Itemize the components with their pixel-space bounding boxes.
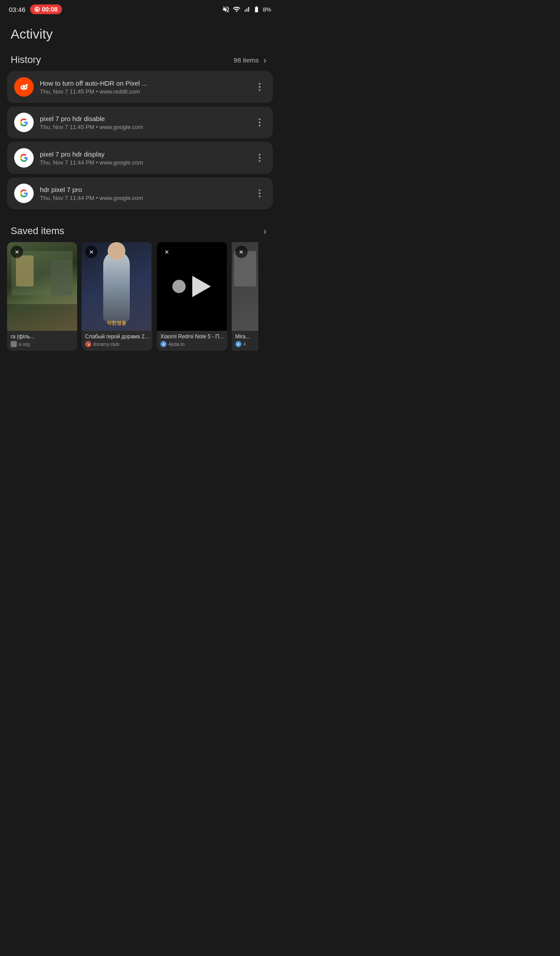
card-title: Слабый герой дорама 2... (85, 333, 149, 340)
card-domain: 🎭 doramy.club (85, 341, 149, 347)
card-close-button[interactable] (11, 246, 23, 258)
history-section-title: History (11, 54, 41, 66)
history-item[interactable]: How to turn off auto-HDR on Pixel ... Th… (7, 71, 273, 103)
battery-percentage: 8% (263, 6, 271, 13)
recording-dot-icon (35, 7, 40, 12)
card-domain-text: 4 (243, 341, 246, 347)
saved-items-title: Saved items (11, 225, 64, 237)
saved-items-scroll[interactable]: ra (філь... a.org 약한영웅 (0, 242, 280, 351)
history-item-title: pixel 7 pro hdr disable (40, 115, 245, 122)
card-domain-text: a.org (19, 341, 30, 347)
reddit-favicon (14, 77, 34, 97)
card-domain-text: 4pda.to (168, 341, 185, 347)
history-item-title: hdr pixel 7 pro (40, 186, 245, 193)
recording-time: 00:08 (42, 6, 58, 13)
history-items-link[interactable]: 98 items (233, 55, 269, 64)
page-title: Activity (0, 18, 280, 49)
history-item-content: hdr pixel 7 pro Thu, Nov 7 11:44 PM • ww… (40, 186, 245, 201)
history-item-meta: Thu, Nov 7 11:44 PM • www.google.com (40, 195, 245, 201)
saved-item-card-partial[interactable]: Mira... 4 4 (232, 242, 258, 351)
history-section-header: History 98 items (0, 49, 280, 71)
history-item-meta: Thu, Nov 7 11:45 PM • www.google.com (40, 124, 245, 130)
history-item-title: How to turn off auto-HDR on Pixel ... (40, 79, 245, 87)
history-item-content: pixel 7 pro hdr display Thu, Nov 7 11:44… (40, 150, 245, 166)
card-info: ra (філь... a.org (7, 331, 77, 351)
domain-favicon: 🎭 (85, 341, 91, 347)
card-close-button[interactable] (235, 246, 248, 258)
card-domain: 4 4 (235, 341, 258, 347)
google-favicon (14, 184, 34, 203)
more-options-button[interactable] (252, 150, 268, 166)
history-item[interactable]: pixel 7 pro hdr disable Thu, Nov 7 11:45… (7, 106, 273, 138)
status-bar: 03:46 00:08 8% (0, 0, 280, 18)
domain-favicon: 4 (235, 341, 241, 347)
card-title: Xiaomi Redmi Note 5 - П... (160, 333, 224, 340)
history-item-content: pixel 7 pro hdr disable Thu, Nov 7 11:45… (40, 115, 245, 130)
vertical-dots-icon (259, 83, 261, 91)
battery-icon (253, 5, 260, 13)
mute-icon (222, 5, 230, 13)
history-item-meta: Thu, Nov 7 11:45 PM • www.reddit.com (40, 88, 245, 95)
more-options-button[interactable] (252, 79, 268, 95)
card-info: Слабый герой дорама 2... 🎭 doramy.club (82, 331, 152, 351)
saved-items-chevron-icon[interactable] (261, 227, 269, 235)
more-options-button[interactable] (252, 185, 268, 201)
history-item-meta: Thu, Nov 7 11:44 PM • www.google.com (40, 159, 245, 166)
recording-badge: 00:08 (30, 4, 62, 14)
card-title: ra (філь... (11, 333, 74, 340)
card-close-button[interactable] (85, 246, 97, 258)
vertical-dots-icon (259, 154, 261, 162)
saved-item-card[interactable]: Xiaomi Redmi Note 5 - П... 4 4pda.to (157, 242, 227, 351)
history-item[interactable]: pixel 7 pro hdr display Thu, Nov 7 11:44… (7, 142, 273, 174)
status-right: 8% (222, 5, 271, 13)
saved-items-section-header: Saved items (0, 220, 280, 242)
card-domain: 4 4pda.to (160, 341, 224, 347)
history-item[interactable]: hdr pixel 7 pro Thu, Nov 7 11:44 PM • ww… (7, 177, 273, 209)
saved-item-card[interactable]: ra (філь... a.org (7, 242, 77, 351)
domain-favicon (11, 341, 17, 347)
chevron-right-icon (261, 55, 269, 64)
card-domain-text: doramy.club (93, 341, 119, 347)
card-info: Mira... 4 4 (232, 331, 258, 351)
wifi-icon (233, 5, 241, 13)
saved-items-section: Saved items ra (філь... a.org (0, 220, 280, 351)
card-info: Xiaomi Redmi Note 5 - П... 4 4pda.to (157, 331, 227, 351)
svg-point-6 (22, 87, 23, 88)
signal-icon (243, 5, 250, 13)
history-list: How to turn off auto-HDR on Pixel ... Th… (0, 71, 280, 209)
more-options-button[interactable] (252, 114, 268, 130)
google-favicon (14, 113, 34, 132)
saved-item-card[interactable]: 약한영웅 Слабый герой дорама 2... 🎭 doramy.c… (82, 242, 152, 351)
vertical-dots-icon (259, 118, 261, 126)
card-domain: a.org (11, 341, 74, 347)
history-items-count: 98 items (233, 56, 259, 64)
svg-point-7 (25, 87, 26, 88)
status-left: 03:46 00:08 (9, 4, 62, 14)
status-time: 03:46 (9, 6, 26, 13)
history-item-title: pixel 7 pro hdr display (40, 150, 245, 158)
google-favicon (14, 148, 34, 168)
vertical-dots-icon (259, 189, 261, 197)
history-item-content: How to turn off auto-HDR on Pixel ... Th… (40, 79, 245, 95)
domain-favicon: 4 (160, 341, 167, 347)
card-title: Mira... (235, 333, 258, 340)
card-close-button[interactable] (160, 246, 173, 258)
